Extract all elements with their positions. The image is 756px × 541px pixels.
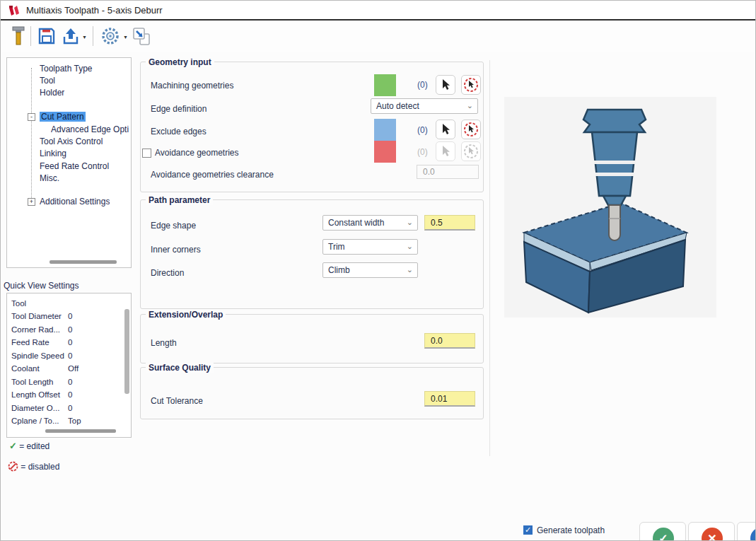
- tree-item-cut-pattern[interactable]: Cut Pattern: [40, 112, 86, 122]
- chevron-down-icon: ⌄: [467, 101, 473, 110]
- qv-row-name: Cplane / To...: [11, 417, 59, 425]
- avoidance-clearance-field: 0.0: [417, 165, 479, 179]
- select-cursor-icon: [440, 123, 451, 136]
- qv-row-value: Off: [68, 364, 78, 373]
- avoidance-color-swatch[interactable]: [374, 141, 396, 163]
- tree-item-linking[interactable]: Linking: [40, 149, 66, 159]
- machining-geometries-label: Machining geometries: [151, 81, 233, 91]
- panel-divider: [489, 60, 490, 456]
- window-title: Multiaxis Toolpath - 5-axis Deburr: [26, 5, 163, 16]
- tree-item-additional-settings[interactable]: Additional Settings: [40, 197, 110, 207]
- app-logo-icon: [8, 4, 21, 16]
- cut-tolerance-field[interactable]: 0.01: [424, 391, 475, 407]
- qv-row-value: 0: [68, 312, 72, 320]
- edge-shape-dropdown[interactable]: Constant width ⌄: [322, 215, 418, 231]
- tree-item-tool[interactable]: Tool: [40, 76, 55, 86]
- toolpath-preview-image: [504, 97, 716, 318]
- direction-dropdown[interactable]: Climb ⌄: [322, 262, 418, 278]
- settings-button[interactable]: [100, 25, 121, 47]
- qv-row-value: 0: [68, 378, 72, 386]
- tree-item-tool-axis-control[interactable]: Tool Axis Control: [40, 136, 103, 147]
- toolbar-separator: [93, 26, 93, 46]
- machining-deselect-button[interactable]: [461, 75, 481, 95]
- exclude-deselect-button[interactable]: [461, 120, 481, 139]
- qv-row-name: Corner Rad...: [11, 325, 60, 334]
- ok-button[interactable]: ✓: [639, 522, 686, 541]
- export-icon: [62, 27, 80, 45]
- tree-item-misc[interactable]: Misc.: [40, 173, 59, 184]
- exclude-color-swatch[interactable]: [374, 119, 396, 141]
- endmill-tool-icon: [9, 25, 28, 47]
- avoidance-geometries-label: Avoidance geometries: [155, 148, 239, 158]
- help-button[interactable]: ?: [737, 522, 756, 541]
- chevron-down-icon: ⌄: [407, 265, 413, 274]
- inner-corners-dropdown[interactable]: Trim ⌄: [322, 239, 418, 255]
- collapse-window-icon: [132, 26, 151, 46]
- qv-row-value: 0: [68, 390, 72, 399]
- multiaxis-toolpath-dialog: Multiaxis Toolpath - 5-axis Deburr ▼: [0, 0, 756, 541]
- chevron-down-icon: ⌄: [407, 242, 413, 251]
- collapse-dialog-button[interactable]: [131, 25, 152, 47]
- title-bar: Multiaxis Toolpath - 5-axis Deburr: [1, 1, 755, 21]
- qv-row-name: Feed Rate: [11, 338, 50, 347]
- collapse-expander-icon[interactable]: -: [28, 113, 35, 121]
- legend-edited: ✓ = edited: [9, 441, 50, 451]
- chevron-down-icon: ⌄: [407, 218, 413, 227]
- qv-vertical-scrollbar[interactable]: [124, 309, 129, 394]
- exclude-count: (0): [417, 125, 428, 135]
- length-field[interactable]: 0.0: [424, 333, 475, 349]
- legend-disabled-text: = disabled: [21, 462, 59, 472]
- avoidance-geometries-checkbox[interactable]: [142, 149, 151, 158]
- select-cursor-icon: [440, 145, 451, 158]
- inner-corners-label: Inner corners: [151, 245, 201, 255]
- path-parameter-title: Path parameter: [146, 195, 213, 205]
- edge-shape-width-field[interactable]: 0.5: [424, 215, 475, 231]
- help-question-icon: ?: [750, 528, 756, 541]
- edge-shape-value: Constant width: [328, 218, 384, 228]
- exclude-select-button[interactable]: [436, 120, 455, 139]
- tree-item-advanced-edge-options[interactable]: Advanced Edge Optio: [51, 124, 129, 135]
- avoidance-clearance-label: Avoidance geometries clearance: [151, 170, 274, 180]
- expand-expander-icon[interactable]: +: [28, 198, 35, 206]
- length-label: Length: [151, 338, 177, 348]
- generate-toolpath-label: Generate toolpath: [537, 525, 605, 535]
- avoidance-count: (0): [417, 147, 428, 157]
- qv-horizontal-scrollbar[interactable]: [45, 429, 116, 433]
- save-icon: [37, 27, 56, 45]
- legend-edited-text: = edited: [19, 441, 50, 451]
- export-dropdown-caret[interactable]: ▼: [82, 35, 87, 40]
- edge-definition-value: Auto detect: [376, 101, 419, 111]
- tree-item-toolpath-type[interactable]: Toolpath Type: [40, 64, 93, 74]
- surface-quality-title: Surface Quality: [146, 363, 214, 373]
- tree-connector-line: [31, 68, 32, 202]
- geometry-input-title: Geometry input: [146, 57, 214, 67]
- qv-row-value: 0: [68, 404, 72, 412]
- avoidance-select-button-disabled: [436, 141, 455, 161]
- export-button[interactable]: [60, 25, 81, 47]
- qv-row-value: 0: [68, 325, 72, 334]
- qv-row-value: 0: [68, 351, 72, 360]
- tree-item-holder[interactable]: Holder: [40, 88, 64, 98]
- machining-select-button[interactable]: [436, 75, 455, 95]
- parameter-tree: Toolpath Type Tool Holder - Cut Pattern …: [6, 57, 132, 268]
- save-button[interactable]: [36, 25, 57, 47]
- direction-label: Direction: [151, 268, 184, 278]
- qv-row-name: Spindle Speed: [11, 351, 64, 360]
- machining-color-swatch[interactable]: [374, 74, 396, 96]
- direction-value: Climb: [328, 265, 350, 275]
- cancel-button[interactable]: ✕: [688, 522, 735, 541]
- generate-toolpath-checkbox[interactable]: [523, 525, 533, 535]
- qv-row-name: Diameter O...: [11, 404, 59, 412]
- tree-item-feed-rate-control[interactable]: Feed Rate Control: [40, 161, 109, 172]
- avoidance-deselect-button-disabled: [461, 141, 481, 161]
- exclude-edges-label: Exclude edges: [151, 127, 207, 136]
- settings-dropdown-caret[interactable]: ▼: [123, 35, 128, 40]
- deselect-icon: [463, 144, 479, 159]
- edge-definition-dropdown[interactable]: Auto detect ⌄: [371, 98, 478, 114]
- cancel-x-icon: ✕: [702, 528, 723, 541]
- qv-row-name: Coolant: [11, 364, 40, 373]
- tool-button[interactable]: [8, 25, 29, 47]
- legend-disabled: = disabled: [8, 461, 59, 472]
- tree-horizontal-scrollbar[interactable]: [50, 260, 117, 264]
- qv-row-name: Tool Diameter: [11, 312, 62, 320]
